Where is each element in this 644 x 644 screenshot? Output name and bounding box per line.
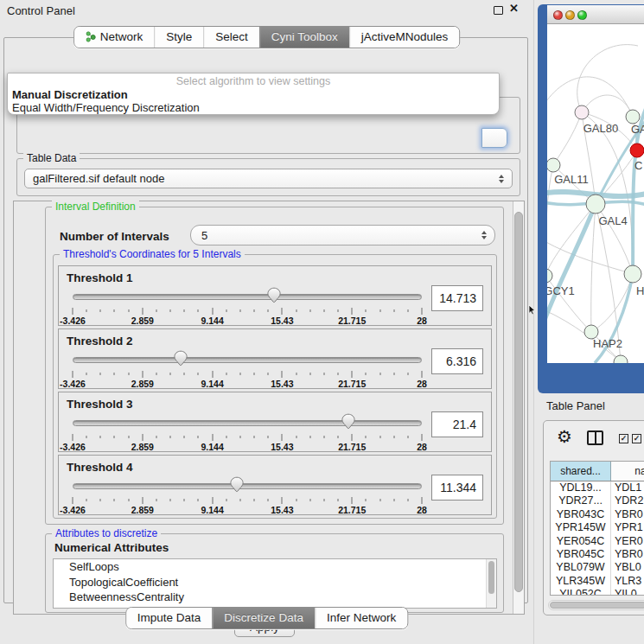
- tab-network[interactable]: Network: [74, 27, 155, 48]
- slider-thumb[interactable]: [229, 476, 244, 494]
- vertical-scrollbar[interactable]: [513, 201, 524, 614]
- table-cell: YER0: [611, 535, 644, 548]
- threshold-value-field[interactable]: 14.713: [431, 285, 483, 311]
- algorithm-option[interactable]: Equal Width/Frequency Discretization: [12, 101, 200, 114]
- algorithm-combobox[interactable]: [481, 128, 507, 148]
- table-cell: YPR145W: [551, 521, 611, 534]
- table-cell: YBR0: [611, 508, 644, 521]
- slider-track[interactable]: [73, 357, 422, 363]
- threshold-slider[interactable]: -3.4262.8599.14415.4321.71528: [73, 287, 422, 327]
- table-cell: YDR2: [611, 494, 644, 507]
- zoom-traffic-light-icon[interactable]: [577, 10, 587, 20]
- table-cell: YDR27...: [551, 494, 611, 507]
- threshold-slider[interactable]: -3.4262.8599.14415.4321.71528: [73, 476, 422, 516]
- table-cell: YBR045C: [551, 548, 611, 561]
- table-cell: YBR043C: [551, 508, 611, 521]
- combo-stepper-icon: [499, 175, 504, 183]
- table-row[interactable]: YDL19...YDL1: [551, 481, 644, 494]
- table-row[interactable]: YBR043CYBR0: [551, 508, 644, 521]
- tab-cyni-toolbox[interactable]: Cyni Toolbox: [259, 27, 349, 48]
- node-attribute-table[interactable]: shared...na YDL19...YDL1YDR27...YDR2YBR0…: [550, 461, 644, 596]
- attribute-list-item[interactable]: TopologicalCoefficient: [54, 575, 496, 590]
- slider-track[interactable]: [73, 483, 422, 489]
- table-data-selected-value: galFiltered.sif default node: [33, 172, 164, 185]
- checkbox-icon[interactable]: ✓: [632, 434, 641, 443]
- table-row[interactable]: YPR145WYPR1: [551, 521, 644, 534]
- panel-title: Control Panel: [7, 4, 75, 17]
- tab-impute-data[interactable]: Impute Data: [126, 608, 213, 628]
- network-window-titlebar[interactable]: [547, 5, 644, 24]
- attribute-list-item[interactable]: SelfLoops: [54, 559, 496, 575]
- table-cell: YIL052C: [551, 588, 611, 596]
- threshold-value-field[interactable]: 11.344: [431, 475, 483, 501]
- threshold-value-field[interactable]: 21.4: [431, 411, 483, 437]
- tab-label: Select: [215, 30, 248, 43]
- tab-style[interactable]: Style: [154, 27, 203, 48]
- threshold-panel: Threshold 2-3.4262.8599.14415.4321.71528…: [58, 328, 492, 389]
- table-cell: YPR1: [611, 521, 644, 534]
- threshold-label: Threshold 1: [67, 271, 133, 284]
- table-row[interactable]: YLR345WYLR3: [551, 575, 644, 588]
- slider-track[interactable]: [73, 294, 422, 300]
- column-header[interactable]: na: [611, 462, 644, 481]
- attribute-list-item[interactable]: BetweennessCentrality: [54, 590, 496, 605]
- tab-discretize-data[interactable]: Discretize Data: [212, 608, 315, 628]
- network-node[interactable]: [547, 269, 552, 283]
- minimize-traffic-light-icon[interactable]: [565, 10, 575, 20]
- network-node-label: GA: [631, 123, 644, 136]
- network-node[interactable]: [547, 158, 560, 172]
- popup-hint-text: Select algorithm to view settings: [8, 75, 499, 87]
- network-icon: [86, 31, 96, 42]
- number-of-intervals-value: 5: [201, 229, 207, 242]
- tab-jactivemnodules[interactable]: jActiveMNodules: [349, 27, 460, 48]
- table-row[interactable]: YIL052CYIL0: [551, 588, 644, 596]
- table-row[interactable]: YDR27...YDR2: [551, 494, 644, 507]
- table-data-group: Table Data galFiltered.sif default node: [16, 158, 520, 196]
- network-view-window: GAL80GACGAL11GAL4GCY1HHAP2: [538, 4, 644, 393]
- threshold-slider[interactable]: -3.4262.8599.14415.4321.71528: [73, 413, 422, 453]
- float-window-icon[interactable]: [494, 6, 503, 15]
- network-canvas[interactable]: GAL80GACGAL11GAL4GCY1HHAP2: [547, 24, 644, 363]
- settings-scrollpane: Interval Definition Number of Intervals …: [13, 201, 525, 615]
- gear-icon[interactable]: ⚙: [557, 426, 572, 447]
- close-traffic-light-icon[interactable]: [553, 10, 563, 20]
- algorithm-option[interactable]: Manual Discretization: [12, 88, 128, 101]
- tab-label: Cyni Toolbox: [271, 30, 338, 43]
- tab-select[interactable]: Select: [203, 27, 259, 48]
- top-tab-bar: NetworkStyleSelectCyni ToolboxjActiveMNo…: [73, 26, 461, 48]
- network-node[interactable]: [626, 110, 640, 124]
- threshold-label: Threshold 4: [67, 461, 133, 474]
- table-row[interactable]: YER054CYER0: [551, 535, 644, 548]
- network-node[interactable]: [575, 105, 589, 119]
- threshold-panel: Threshold 1-3.4262.8599.14415.4321.71528…: [58, 265, 492, 326]
- network-node-label: GAL4: [598, 214, 627, 227]
- threshold-panel: Threshold 4-3.4262.8599.14415.4321.71528…: [58, 455, 492, 515]
- network-node[interactable]: [624, 265, 641, 283]
- column-view-icon[interactable]: [587, 430, 603, 445]
- slider-track[interactable]: [73, 420, 422, 426]
- table-cell: YDL19...: [551, 481, 611, 494]
- tab-label: Network: [100, 30, 143, 43]
- threshold-value-field[interactable]: 6.316: [431, 348, 483, 374]
- horizontal-scrollbar[interactable]: [548, 600, 644, 610]
- slider-thumb[interactable]: [267, 287, 282, 304]
- checkbox-icon[interactable]: ✓: [619, 434, 628, 443]
- threshold-slider[interactable]: -3.4262.8599.14415.4321.71528: [73, 350, 422, 390]
- table-row[interactable]: YBR045CYBR0: [551, 548, 644, 561]
- close-icon[interactable]: ✕: [509, 2, 519, 15]
- network-node[interactable]: [630, 143, 644, 157]
- slider-ticks: [73, 371, 422, 379]
- numerical-attributes-list[interactable]: SelfLoopsTopologicalCoefficientBetweenne…: [53, 558, 497, 609]
- column-header[interactable]: shared...: [551, 462, 611, 481]
- slider-thumb[interactable]: [341, 413, 356, 430]
- table-cell: YBL0: [611, 561, 644, 574]
- slider-ticks: [73, 497, 422, 505]
- table-row[interactable]: YBL079WYBL0: [551, 561, 644, 574]
- table-cell: YBL079W: [551, 561, 611, 574]
- number-of-intervals-combobox[interactable]: 5: [190, 225, 495, 245]
- slider-thumb[interactable]: [174, 350, 188, 367]
- tab-infer-network[interactable]: Infer Network: [315, 608, 407, 628]
- table-data-combobox[interactable]: galFiltered.sif default node: [24, 169, 513, 188]
- list-scrollbar[interactable]: [486, 559, 496, 608]
- network-node[interactable]: [586, 194, 605, 214]
